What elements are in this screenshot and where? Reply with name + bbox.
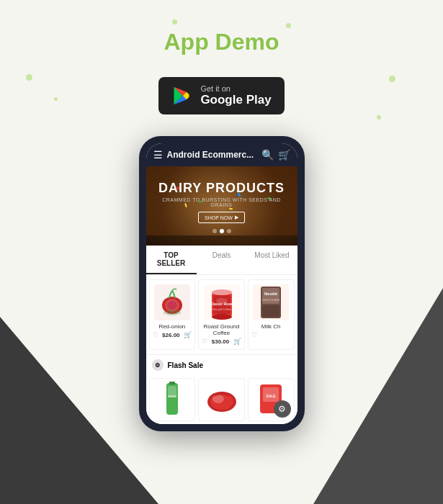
onion-cart-icon[interactable]: 🛒 xyxy=(184,331,192,338)
hero-dots xyxy=(156,229,287,233)
onion-image xyxy=(154,284,190,320)
milk-image: Nestlé CHOCOLATE xyxy=(253,284,289,320)
gplay-text: Get it on Google Play xyxy=(200,84,271,107)
settings-fab-button[interactable]: ⚙ xyxy=(274,400,291,418)
product-card-milk: Nestlé CHOCOLATE Milk Ch ♡ xyxy=(248,279,295,350)
flash-sale-section: ⚙ Flash Sale xyxy=(146,354,297,375)
gplay-label-top: Get it on xyxy=(200,84,231,93)
coffee-cart-icon[interactable]: 🛒 xyxy=(233,338,241,345)
phone-container: ☰ Android Ecommerc... 🔍 🛒 xyxy=(0,136,443,431)
coffee-name: Roast Ground Coffee xyxy=(202,323,241,336)
onion-actions: ♡ $26.00 🛒 xyxy=(153,331,192,338)
onion-name: Red-onion xyxy=(158,323,185,330)
svg-text:CHOCOLATE: CHOCOLATE xyxy=(262,298,280,302)
meat-image xyxy=(204,382,240,416)
svg-point-26 xyxy=(212,395,224,403)
coffee-price: $30.00 xyxy=(212,338,229,345)
hero-dot-3[interactable] xyxy=(227,229,231,233)
milk-actions: ♡ xyxy=(251,331,291,338)
menu-icon[interactable]: ☰ xyxy=(153,149,163,161)
svg-rect-23 xyxy=(169,382,175,384)
hero-dot-1[interactable] xyxy=(212,229,217,233)
hero-content: DAIRY PRODUCTS CRAMMED TO BURSTING WITH … xyxy=(156,181,287,233)
cart-icon[interactable]: 🛒 xyxy=(278,149,290,161)
product-tabs: TOP SELLER Deals Most Liked xyxy=(146,246,297,275)
tab-top-seller[interactable]: TOP SELLER xyxy=(146,246,197,274)
milk-name: Milk Ch xyxy=(261,323,281,330)
phone-screen: ☰ Android Ecommerc... 🔍 🛒 xyxy=(146,143,297,424)
hero-subtitle: CRAMMED TO BURSTING WITH SEEDS AND GRAIN… xyxy=(156,197,287,207)
svg-point-7 xyxy=(164,310,181,315)
search-icon[interactable]: 🔍 xyxy=(261,149,274,161)
onion-wishlist-icon[interactable]: ♡ xyxy=(153,331,158,338)
hero-dot-2[interactable] xyxy=(220,229,224,233)
coffee-image: Classic Roast Ground Coffee xyxy=(204,284,240,320)
svg-point-14 xyxy=(216,298,228,304)
svg-text:Nestlé: Nestlé xyxy=(264,292,278,296)
svg-text:JUICE: JUICE xyxy=(168,395,176,398)
app-bar: ☰ Android Ecommerc... 🔍 🛒 xyxy=(146,143,297,166)
bottom-products: JUICE xyxy=(146,375,297,424)
decorative-dot-6 xyxy=(377,115,381,120)
product-card-juice: JUICE xyxy=(149,378,196,421)
svg-text:SALE: SALE xyxy=(267,394,277,398)
app-title: Android Ecommerc... xyxy=(167,150,257,160)
coffee-wishlist-icon[interactable]: ♡ xyxy=(202,338,207,345)
onion-price: $26.00 xyxy=(162,332,179,338)
page-title: App Demo xyxy=(0,29,443,55)
juice-image: JUICE xyxy=(162,382,182,418)
product-card-onion: Red-onion ♡ $26.00 🛒 xyxy=(149,279,196,350)
google-play-button[interactable]: Get it on Google Play xyxy=(158,77,284,114)
tab-most-liked[interactable]: Most Liked xyxy=(247,246,297,274)
coffee-actions: ♡ $30.00 🛒 xyxy=(202,338,241,345)
hero-shop-button[interactable]: SHOP NOW ▶ xyxy=(198,212,245,223)
svg-rect-19 xyxy=(262,305,279,317)
hero-title: DAIRY PRODUCTS xyxy=(156,181,287,196)
phone-mockup: ☰ Android Ecommerc... 🔍 🛒 xyxy=(139,136,305,431)
product-card-coffee: Classic Roast Ground Coffee Roast Ground… xyxy=(198,279,245,350)
svg-point-6 xyxy=(167,301,177,310)
svg-point-10 xyxy=(212,314,232,320)
svg-text:Ground Coffee: Ground Coffee xyxy=(212,307,231,311)
milk-wishlist-icon[interactable]: ♡ xyxy=(251,331,257,338)
page-header: App Demo Get it on Google Play xyxy=(0,0,443,114)
google-play-icon xyxy=(171,86,192,106)
hero-banner: DAIRY PRODUCTS CRAMMED TO BURSTING WITH … xyxy=(146,166,297,246)
shop-now-label: SHOP NOW xyxy=(205,215,233,220)
flash-sale-icon: ⚙ xyxy=(152,359,164,371)
arrow-icon: ▶ xyxy=(235,215,238,220)
gplay-label-bottom: Google Play xyxy=(200,93,271,107)
svg-point-9 xyxy=(212,289,232,295)
product-card-meat xyxy=(198,378,245,421)
flash-sale-label: Flash Sale xyxy=(168,361,203,369)
product-card-red-bag: SALE ⚙ xyxy=(248,378,295,421)
products-grid: Red-onion ♡ $26.00 🛒 xyxy=(146,275,297,354)
tab-deals[interactable]: Deals xyxy=(197,246,247,274)
